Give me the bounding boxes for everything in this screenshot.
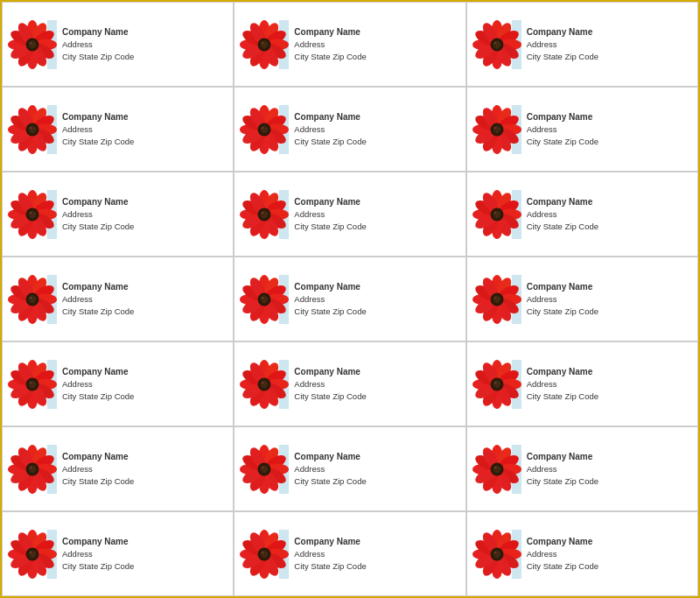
svg-point-104	[493, 125, 500, 133]
svg-point-106	[498, 128, 500, 130]
svg-point-305	[263, 469, 265, 471]
label-text-block: Company NameAddressCity State Zip Code	[62, 195, 134, 234]
label-cell: Company NameAddressCity State Zip Code	[2, 426, 234, 511]
flower-icon	[8, 105, 57, 154]
label-city-state-zip: City State Zip Code	[294, 390, 366, 403]
label-text-block: Company NameAddressCity State Zip Code	[527, 110, 598, 149]
flower-icon	[240, 20, 289, 69]
svg-point-178	[33, 298, 35, 299]
label-address: Address	[527, 208, 598, 221]
label-city-state-zip: City State Zip Code	[62, 475, 134, 488]
label-company-name: Company Name	[294, 280, 366, 293]
label-company-name: Company Name	[294, 450, 366, 463]
label-company-name: Company Name	[294, 110, 366, 123]
label-company-name: Company Name	[527, 450, 598, 463]
svg-point-53	[496, 45, 498, 46]
svg-point-339	[30, 551, 32, 553]
svg-point-197	[263, 299, 265, 301]
label-text-block: Company NameAddressCity State Zip Code	[527, 450, 598, 489]
label-city-state-zip: City State Zip Code	[527, 560, 598, 573]
flower-icon	[472, 530, 522, 579]
label-company-name: Company Name	[62, 365, 134, 378]
svg-point-214	[498, 298, 500, 299]
label-cell: Company NameAddressCity State Zip Code	[466, 87, 698, 172]
label-text-block: Company NameAddressCity State Zip Code	[62, 535, 134, 573]
flower-icon	[472, 190, 522, 239]
label-cell: Company NameAddressCity State Zip Code	[234, 2, 466, 87]
svg-point-249	[262, 381, 264, 383]
svg-point-140	[261, 210, 269, 218]
svg-point-376	[498, 552, 500, 554]
flower-icon	[472, 360, 522, 409]
label-company-name: Company Name	[527, 195, 598, 208]
label-company-name: Company Name	[62, 535, 134, 548]
svg-point-248	[261, 380, 269, 388]
label-text-block: Company NameAddressCity State Zip Code	[62, 25, 134, 64]
svg-point-195	[262, 296, 264, 299]
flower-icon	[240, 360, 289, 409]
svg-point-374	[493, 550, 500, 558]
label-cell: Company NameAddressCity State Zip Code	[234, 511, 466, 596]
label-cell: Company NameAddressCity State Zip Code	[466, 2, 698, 87]
label-cell: Company NameAddressCity State Zip Code	[2, 87, 234, 172]
label-company-name: Company Name	[294, 25, 366, 39]
label-company-name: Company Name	[62, 195, 134, 208]
label-company-name: Company Name	[294, 195, 366, 208]
svg-point-286	[33, 468, 35, 469]
svg-point-251	[263, 384, 265, 386]
label-cell: Company NameAddressCity State Zip Code	[234, 87, 466, 172]
flower-icon	[472, 105, 522, 154]
svg-point-230	[28, 380, 36, 388]
svg-point-359	[263, 554, 265, 556]
svg-point-215	[496, 299, 498, 301]
label-address: Address	[527, 123, 598, 136]
label-address: Address	[294, 548, 366, 560]
label-company-name: Company Name	[294, 365, 366, 378]
svg-point-338	[28, 550, 36, 558]
svg-point-159	[494, 211, 496, 214]
label-cell: Company NameAddressCity State Zip Code	[234, 426, 466, 511]
label-address: Address	[62, 293, 134, 306]
svg-point-194	[261, 295, 269, 303]
label-text-block: Company NameAddressCity State Zip Code	[294, 535, 366, 573]
flower-icon	[8, 275, 57, 324]
label-address: Address	[62, 378, 134, 390]
label-city-state-zip: City State Zip Code	[294, 136, 366, 148]
svg-point-179	[32, 299, 33, 301]
svg-point-50	[493, 40, 500, 48]
label-address: Address	[62, 39, 134, 51]
label-address: Address	[294, 378, 366, 390]
svg-point-341	[32, 554, 33, 556]
svg-point-71	[32, 130, 33, 131]
label-text-block: Company NameAddressCity State Zip Code	[294, 195, 366, 234]
svg-point-16	[33, 43, 35, 45]
svg-point-213	[494, 296, 496, 299]
svg-point-212	[493, 295, 500, 303]
svg-point-177	[30, 296, 32, 299]
label-address: Address	[62, 548, 134, 560]
svg-point-323	[496, 469, 498, 471]
svg-point-356	[261, 550, 269, 558]
svg-point-87	[262, 126, 264, 129]
label-city-state-zip: City State Zip Code	[527, 306, 598, 318]
svg-point-357	[262, 551, 264, 553]
svg-point-14	[28, 40, 36, 48]
svg-point-124	[33, 213, 35, 215]
label-city-state-zip: City State Zip Code	[527, 136, 598, 148]
svg-point-285	[30, 466, 32, 468]
label-address: Address	[294, 463, 366, 475]
svg-point-161	[496, 215, 498, 216]
label-cell: Company NameAddressCity State Zip Code	[2, 341, 234, 426]
label-text-block: Company NameAddressCity State Zip Code	[294, 280, 366, 319]
label-city-state-zip: City State Zip Code	[527, 221, 598, 233]
svg-point-70	[33, 128, 35, 130]
label-city-state-zip: City State Zip Code	[62, 390, 134, 403]
flower-icon	[8, 190, 57, 239]
label-company-name: Company Name	[294, 535, 366, 548]
label-text-block: Company NameAddressCity State Zip Code	[62, 110, 134, 149]
svg-point-232	[33, 383, 35, 384]
label-text-block: Company NameAddressCity State Zip Code	[527, 280, 598, 319]
svg-point-89	[263, 130, 265, 131]
label-company-name: Company Name	[62, 25, 134, 39]
svg-point-321	[494, 466, 496, 468]
